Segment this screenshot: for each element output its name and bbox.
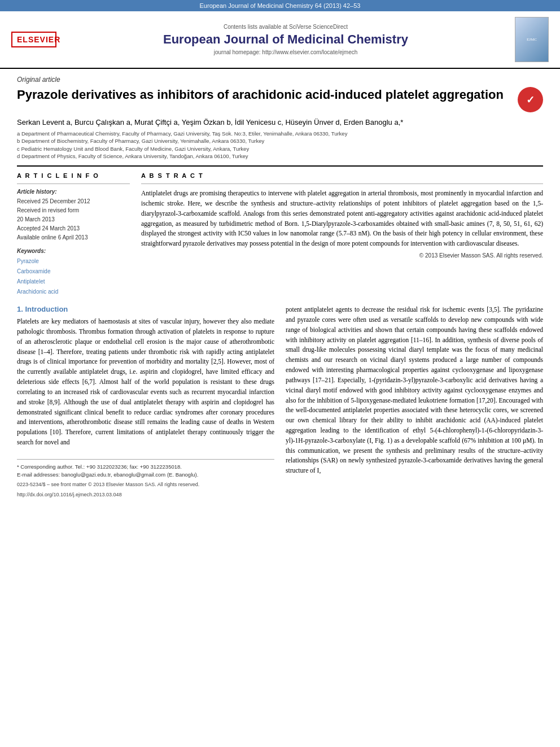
abstract-divider bbox=[141, 184, 543, 184]
elsevier-brand: ELSEVIER bbox=[11, 32, 56, 47]
copyright: © 2013 Elsevier Masson SAS. All rights r… bbox=[141, 252, 543, 259]
affiliation-d: d Department of Physics, Faculty of Scie… bbox=[17, 152, 543, 160]
footnotes: * Corresponding author. Tel.: +90 312202… bbox=[17, 463, 274, 499]
info-divider bbox=[17, 184, 130, 184]
article-title: Pyrazole derivatives as inhibitors of ar… bbox=[17, 87, 512, 103]
affiliations: a Department of Pharmaceutical Chemistry… bbox=[17, 130, 543, 160]
elsevier-logo: ELSEVIER bbox=[11, 32, 56, 47]
body-left-col: 1. Introduction Platelets are key mediat… bbox=[17, 305, 274, 499]
history-online: Available online 6 April 2013 bbox=[17, 233, 130, 242]
intro-heading: 1. Introduction bbox=[17, 305, 274, 313]
keyword-carboxamide: Carboxamide bbox=[17, 267, 130, 277]
affiliation-a: a Department of Pharmaceutical Chemistry… bbox=[17, 130, 543, 137]
history-received: Received 25 December 2012 bbox=[17, 197, 130, 206]
history-accepted: Accepted 24 March 2013 bbox=[17, 224, 130, 233]
journal-homepage: journal homepage: http://www.elsevier.co… bbox=[56, 49, 515, 55]
divider-thick bbox=[17, 165, 543, 167]
doi-line: http://dx.doi.org/10.1016/j.ejmech.2013.… bbox=[17, 491, 274, 499]
article-info-heading: A R T I C L E I N F O bbox=[17, 172, 130, 179]
corresponding-author: * Corresponding author. Tel.: +90 312202… bbox=[17, 463, 274, 471]
journal-main-title: European Journal of Medicinal Chemistry bbox=[56, 32, 515, 47]
keywords-section: Keywords: Pyrazole Carboxamide Antiplate… bbox=[17, 248, 130, 297]
history-revised-label: Received in revised form bbox=[17, 206, 130, 215]
journal-title-center: Contents lists available at SciVerse Sci… bbox=[56, 24, 515, 55]
body-right-col: potent antiplatelet agents to decrease t… bbox=[286, 305, 543, 499]
journal-citation-bar: European Journal of Medicinal Chemistry … bbox=[0, 0, 560, 11]
journal-thumbnail: EJMC bbox=[515, 17, 549, 62]
article-content: Original article Pyrazole derivatives as… bbox=[0, 76, 560, 297]
article-info: A R T I C L E I N F O Article history: R… bbox=[17, 172, 130, 297]
authors: Serkan Levent a, Burcu Çalışkan a, Murat… bbox=[17, 118, 543, 126]
keyword-arachidonic: Arachidonic acid bbox=[17, 287, 130, 297]
article-history: Article history: Received 25 December 20… bbox=[17, 189, 130, 242]
contents-line: Contents lists available at SciVerse Sci… bbox=[56, 24, 515, 30]
citation-text: European Journal of Medicinal Chemistry … bbox=[200, 2, 361, 9]
keywords-label: Keywords: bbox=[17, 248, 130, 254]
footnote-divider bbox=[17, 459, 274, 460]
keyword-antiplatelet: Antiplatelet bbox=[17, 277, 130, 287]
intro-left-text: Platelets are key mediators of haemostas… bbox=[17, 317, 274, 448]
abstract-section: A B S T R A C T Antiplatelet drugs are p… bbox=[141, 172, 543, 297]
abstract-heading: A B S T R A C T bbox=[141, 172, 543, 179]
abstract-text: Antiplatelet drugs are promising therape… bbox=[141, 189, 543, 249]
affiliation-c: c Pediatric Hematology Unit and Blood Ba… bbox=[17, 145, 543, 152]
main-body: 1. Introduction Platelets are key mediat… bbox=[0, 305, 560, 499]
history-label: Article history: bbox=[17, 189, 130, 195]
article-info-abstract: A R T I C L E I N F O Article history: R… bbox=[17, 172, 543, 297]
article-type: Original article bbox=[17, 76, 543, 84]
email-addresses: E-mail addresses: banoglu@gazi.edu.tr, e… bbox=[17, 471, 274, 479]
history-revised-date: 20 March 2013 bbox=[17, 215, 130, 224]
keyword-pyrazole: Pyrazole bbox=[17, 256, 130, 267]
article-title-row: Pyrazole derivatives as inhibitors of ar… bbox=[17, 87, 543, 112]
affiliation-b: b Department of Biochemistry, Faculty of… bbox=[17, 137, 543, 145]
journal-header: ELSEVIER Contents lists available at Sci… bbox=[0, 11, 560, 69]
issn-line: 0223-5234/$ – see front matter © 2013 El… bbox=[17, 481, 274, 489]
crossmark-icon: ✓ bbox=[518, 87, 543, 112]
intro-right-text: potent antiplatelet agents to decrease t… bbox=[286, 305, 543, 476]
